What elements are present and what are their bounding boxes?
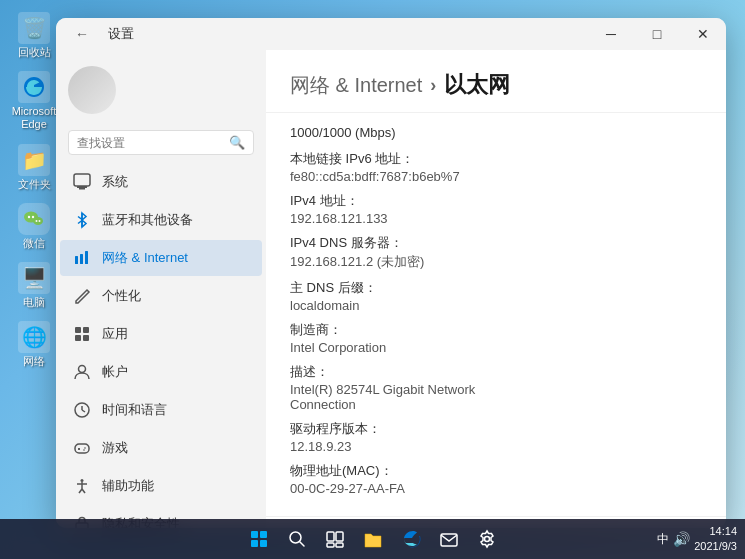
sidebar-label-system: 系统 (102, 173, 128, 191)
main-panel: 网络 & Internet › 以太网 1000/1000 (Mbps) 本地链… (266, 50, 726, 528)
apps-icon (72, 324, 92, 344)
info-section-ipv4: IPv4 地址： 192.168.121.133 (290, 192, 702, 226)
desktop-icon-computer-label: 电脑 (23, 296, 45, 309)
taskbar-mail[interactable] (431, 521, 467, 557)
sidebar-label-time: 时间和语言 (102, 401, 167, 419)
desktop-icon-recycle[interactable]: 🗑️ 回收站 (8, 8, 60, 63)
accounts-icon (72, 362, 92, 382)
sidebar-label-apps: 应用 (102, 325, 128, 343)
taskbar-clock[interactable]: 14:14 2021/9/3 (694, 524, 737, 555)
settings-window: ← 设置 ─ □ ✕ 🔍 (56, 18, 726, 528)
taskbar-edge[interactable] (393, 521, 429, 557)
desktop-icon-edge[interactable]: Microsoft Edge (8, 67, 60, 135)
desktop-icon-network-label: 网络 (23, 355, 45, 368)
gaming-icon (72, 438, 92, 458)
window-title: 设置 (108, 25, 134, 43)
network-icon (72, 248, 92, 268)
manufacturer-value: Intel Corporation (290, 340, 702, 355)
svg-rect-48 (441, 534, 457, 546)
desktop-icon-wechat-label: 微信 (23, 237, 45, 250)
network-speed: 1000/1000 (Mbps) (290, 125, 702, 140)
sidebar-item-personalize[interactable]: 个性化 (60, 278, 262, 314)
taskbar-volume-icon[interactable]: 🔊 (673, 531, 690, 547)
sidebar-label-personalize: 个性化 (102, 287, 141, 305)
svg-rect-15 (75, 327, 81, 333)
sidebar-item-accessibility[interactable]: 辅助功能 (60, 468, 262, 504)
ipv4-value: 192.168.121.133 (290, 211, 702, 226)
svg-point-4 (36, 220, 38, 222)
svg-point-2 (32, 216, 34, 218)
clock-date: 2021/9/3 (694, 539, 737, 554)
sidebar-item-system[interactable]: 系统 (60, 164, 262, 200)
svg-line-32 (82, 489, 85, 493)
svg-rect-6 (74, 174, 90, 186)
desktop-icon-network[interactable]: 🌐 网络 (8, 317, 60, 372)
driver-label: 驱动程序版本： (290, 420, 702, 438)
start-button[interactable] (241, 521, 277, 557)
sidebar-item-apps[interactable]: 应用 (60, 316, 262, 352)
title-bar-controls: ─ □ ✕ (588, 18, 726, 50)
maximize-button[interactable]: □ (634, 18, 680, 50)
close-button[interactable]: ✕ (680, 18, 726, 50)
svg-rect-23 (75, 444, 89, 453)
sidebar-label-accessibility: 辅助功能 (102, 477, 154, 495)
back-button[interactable]: ← (68, 20, 96, 48)
desktop-icons: 🗑️ 回收站 Microsoft Edge 📁 文件夹 微信 🖥️ 电脑 🌐 网… (8, 8, 60, 372)
svg-rect-17 (75, 335, 81, 341)
desktop-icon-files-label: 文件夹 (18, 178, 51, 191)
svg-rect-41 (260, 540, 267, 547)
sidebar-item-gaming[interactable]: 游戏 (60, 430, 262, 466)
mac-value: 00-0C-29-27-AA-FA (290, 481, 702, 496)
taskbar-lang[interactable]: 中 (657, 531, 669, 548)
desktop-icon-files[interactable]: 📁 文件夹 (8, 140, 60, 195)
dns-label: IPv4 DNS 服务器： (290, 234, 702, 252)
sidebar-label-gaming: 游戏 (102, 439, 128, 457)
svg-point-49 (484, 537, 489, 542)
taskbar-search[interactable] (279, 521, 315, 557)
taskbar-explorer[interactable] (355, 521, 391, 557)
svg-rect-39 (260, 531, 267, 538)
svg-line-43 (300, 542, 304, 546)
info-list: 1000/1000 (Mbps) 本地链接 IPv6 地址： fe80::cd5… (266, 113, 726, 516)
info-section-ipv6: 本地链接 IPv6 地址： fe80::cd5a:bdff:7687:b6eb%… (290, 150, 702, 184)
personalize-icon (72, 286, 92, 306)
taskbar-taskview[interactable] (317, 521, 353, 557)
svg-rect-47 (336, 543, 343, 547)
desktop-icon-wechat[interactable]: 微信 (8, 199, 60, 254)
svg-point-28 (81, 479, 84, 482)
desktop-icon-computer[interactable]: 🖥️ 电脑 (8, 258, 60, 313)
dns-suffix-value: localdomain (290, 298, 702, 313)
info-section-dns: IPv4 DNS 服务器： 192.168.121.2 (未加密) (290, 234, 702, 271)
desktop: 🗑️ 回收站 Microsoft Edge 📁 文件夹 微信 🖥️ 电脑 🌐 网… (0, 0, 745, 559)
svg-rect-14 (85, 251, 88, 264)
sidebar-item-bluetooth[interactable]: 蓝牙和其他设备 (60, 202, 262, 238)
breadcrumb-separator: › (430, 75, 436, 96)
ipv6-label: 本地链接 IPv6 地址： (290, 150, 702, 168)
info-section-description: 描述： Intel(R) 82574L Gigabit Network Conn… (290, 363, 702, 412)
info-section-manufacturer: 制造商： Intel Corporation (290, 321, 702, 355)
sidebar: 🔍 系统 蓝牙和其他设备 (56, 50, 266, 528)
svg-rect-40 (251, 540, 258, 547)
search-box: 🔍 (68, 130, 254, 155)
sidebar-item-accounts[interactable]: 帐户 (60, 354, 262, 390)
user-profile (56, 58, 266, 122)
sidebar-item-network[interactable]: 网络 & Internet (60, 240, 262, 276)
search-input[interactable] (77, 136, 229, 150)
mac-label: 物理地址(MAC)： (290, 462, 702, 480)
svg-rect-8 (77, 186, 87, 188)
description-label: 描述： (290, 363, 702, 381)
breadcrumb-parent[interactable]: 网络 & Internet (290, 72, 422, 99)
minimize-button[interactable]: ─ (588, 18, 634, 50)
description-value: Intel(R) 82574L Gigabit Network Connecti… (290, 382, 702, 412)
clock-time: 14:14 (694, 524, 737, 539)
sidebar-label-accounts: 帐户 (102, 363, 128, 381)
manufacturer-label: 制造商： (290, 321, 702, 339)
svg-point-3 (33, 217, 43, 225)
taskbar-settings-app[interactable] (469, 521, 505, 557)
svg-rect-18 (83, 335, 89, 341)
sidebar-item-time[interactable]: 时间和语言 (60, 392, 262, 428)
svg-point-5 (39, 220, 41, 222)
search-icon[interactable]: 🔍 (229, 135, 245, 150)
taskbar: 中 🔊 14:14 2021/9/3 (0, 519, 745, 559)
info-section-dns-suffix: 主 DNS 后缀： localdomain (290, 279, 702, 313)
